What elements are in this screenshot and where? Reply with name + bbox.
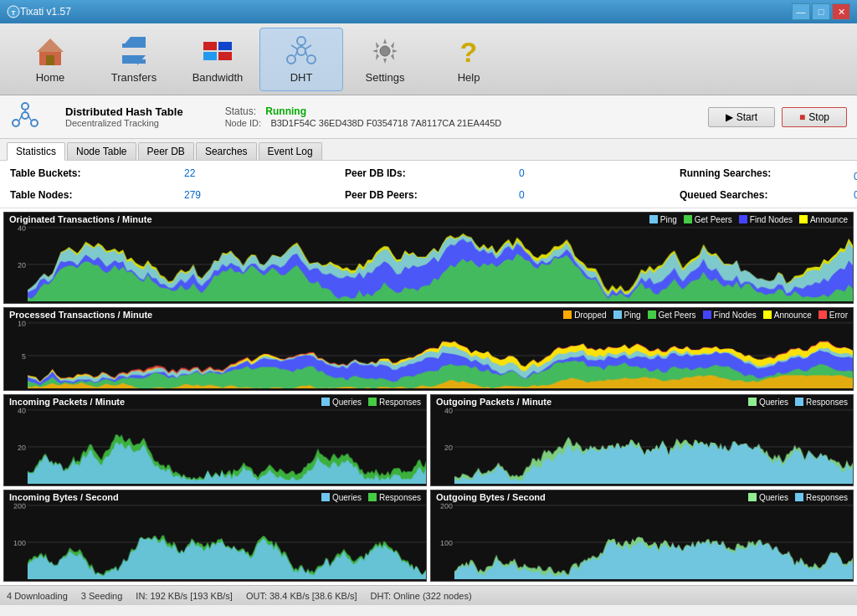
tab-statistics[interactable]: Statistics <box>7 142 65 161</box>
dht-title: Distributed Hash Table <box>65 105 183 118</box>
processed-chart: Processed Transactions / Minute Dropped … <box>3 307 854 391</box>
titlebar-controls: — □ ✕ <box>792 3 850 20</box>
home-label: Home <box>36 71 65 84</box>
svg-point-28 <box>31 120 38 126</box>
svg-rect-13 <box>203 52 217 60</box>
dht-infobar: Distributed Hash Table Decentralized Tra… <box>0 95 857 139</box>
processed-chart-legend: Dropped Ping Get Peers Find Nodes Announ… <box>563 311 848 320</box>
svg-marker-3 <box>37 38 64 52</box>
close-button[interactable]: ✕ <box>832 3 850 20</box>
bandwidth-icon <box>201 34 234 68</box>
incoming-bytes-title: Incoming Bytes / Second <box>9 492 119 502</box>
outgoing-packets-canvas <box>431 395 853 485</box>
processed-chart-header: Processed Transactions / Minute Dropped … <box>4 310 853 320</box>
tabs-bar: Statistics Node Table Peer DB Searches E… <box>0 139 857 161</box>
dht-label: DHT <box>290 71 313 84</box>
legend-findnodes2: Find Nodes <box>703 311 757 320</box>
originated-canvas <box>4 213 853 303</box>
out-speed-status: OUT: 38.4 KB/s [38.6 KB/s] <box>246 591 357 601</box>
dht-title-group: Distributed Hash Table Decentralized Tra… <box>65 105 183 128</box>
svg-point-18 <box>297 47 305 55</box>
incoming-bytes-header: Incoming Bytes / Second Queries Response… <box>4 492 426 502</box>
tab-event-log[interactable]: Event Log <box>259 142 322 160</box>
maximize-button[interactable]: □ <box>812 3 830 20</box>
legend-ping2: Ping <box>613 311 641 320</box>
tab-searches[interactable]: Searches <box>196 142 257 160</box>
start-icon: ▶ <box>726 111 733 123</box>
table-nodes-label: Table Nodes: <box>10 189 177 201</box>
status-row: Status: Running <box>225 105 502 117</box>
stop-button[interactable]: ■ Stop <box>782 107 847 127</box>
nodeid-value: B3D1F54C 36ED438D F0354718 7A8117CA 21EA… <box>270 118 501 128</box>
legend-announce: Announce <box>799 215 848 224</box>
outgoing-bytes-header: Outgoing Bytes / Second Queries Response… <box>431 492 853 502</box>
charts-area: Originated Transactions / Minute Ping Ge… <box>0 208 857 585</box>
minimize-button[interactable]: — <box>792 3 810 20</box>
start-button[interactable]: ▶ Start <box>708 107 775 127</box>
bandwidth-nav-button[interactable]: Bandwidth <box>176 28 259 91</box>
transfers-label: Transfers <box>111 71 157 84</box>
statusbar: 4 Downloading 3 Seeding IN: 192 KB/s [19… <box>0 585 857 605</box>
originated-chart-title: Originated Transactions / Minute <box>9 214 152 224</box>
help-label: Help <box>458 71 480 84</box>
tab-peer-db[interactable]: Peer DB <box>138 142 194 160</box>
stop-label: Stop <box>808 111 829 123</box>
incoming-packets-title: Incoming Packets / Minute <box>9 397 125 407</box>
svg-rect-7 <box>122 44 146 48</box>
app-title: Tixati v1.57 <box>20 6 71 18</box>
svg-text:T: T <box>12 9 16 17</box>
outgoing-packets-header: Outgoing Packets / Minute Queries Respon… <box>431 397 853 407</box>
svg-line-31 <box>19 116 22 121</box>
packets-row: Incoming Packets / Minute Queries Respon… <box>3 394 854 486</box>
dht-subtitle: Decentralized Tracking <box>65 118 183 128</box>
processed-chart-title: Processed Transactions / Minute <box>9 310 152 320</box>
stats-grid: Table Buckets: 22 Peer DB IDs: 0 Running… <box>0 161 857 208</box>
settings-nav-button[interactable]: Settings <box>343 28 427 91</box>
svg-rect-14 <box>218 52 232 60</box>
svg-point-17 <box>307 55 316 64</box>
bandwidth-label: Bandwidth <box>192 71 244 84</box>
legend-error: Error <box>819 311 848 320</box>
outgoing-bytes-title: Outgoing Bytes / Second <box>436 492 546 502</box>
legend-announce2: Announce <box>763 311 812 320</box>
start-label: Start <box>736 111 757 123</box>
dht-icon <box>285 34 318 68</box>
svg-rect-12 <box>218 42 232 50</box>
settings-icon <box>368 34 402 68</box>
svg-line-23 <box>305 45 311 49</box>
svg-point-16 <box>287 55 295 64</box>
svg-point-29 <box>22 112 28 119</box>
queued-searches-label: Queued Searches: <box>680 189 847 201</box>
incoming-bytes-chart: Incoming Bytes / Second Queries Response… <box>3 490 427 582</box>
svg-point-27 <box>13 120 19 126</box>
originated-chart-header: Originated Transactions / Minute Ping Ge… <box>4 214 853 224</box>
status-group: Status: Running Node ID: B3D1F54C 36ED43… <box>225 105 502 129</box>
svg-rect-4 <box>46 55 54 65</box>
peer-db-ids-label: Peer DB IDs: <box>345 167 512 186</box>
svg-rect-10 <box>122 59 146 64</box>
legend-findnodes: Find Nodes <box>739 215 793 224</box>
dht-nav-button[interactable]: DHT <box>259 28 343 91</box>
downloading-status: 4 Downloading <box>7 591 68 601</box>
running-searches-value: 0 <box>847 171 857 182</box>
seeding-status: 3 Seeding <box>81 591 123 601</box>
running-searches-label: Running Searches: <box>680 167 847 186</box>
help-nav-button[interactable]: ? Help <box>427 28 511 91</box>
originated-chart-legend: Ping Get Peers Find Nodes Announce <box>649 215 848 224</box>
incoming-packets-canvas <box>4 395 426 485</box>
tab-node-table[interactable]: Node Table <box>67 142 136 160</box>
processed-canvas <box>4 308 853 390</box>
in-speed-status: IN: 192 KB/s [193 KB/s] <box>136 591 233 601</box>
legend-getpeers2: Get Peers <box>648 311 696 320</box>
nodeid-label: Node ID: <box>225 118 261 128</box>
settings-label: Settings <box>366 71 405 84</box>
home-nav-button[interactable]: Home <box>8 28 92 91</box>
transfers-nav-button[interactable]: Transfers <box>92 28 176 91</box>
toolbar: Home Transfers Bandwidth <box>0 23 857 95</box>
stop-icon: ■ <box>799 111 805 123</box>
outgoing-bytes-canvas <box>431 490 853 581</box>
nodeid-row: Node ID: B3D1F54C 36ED438D F0354718 7A81… <box>225 117 502 129</box>
incoming-bytes-canvas <box>4 490 426 581</box>
outgoing-packets-legend: Queries Responses <box>748 398 848 407</box>
table-buckets-value: 22 <box>177 167 345 186</box>
